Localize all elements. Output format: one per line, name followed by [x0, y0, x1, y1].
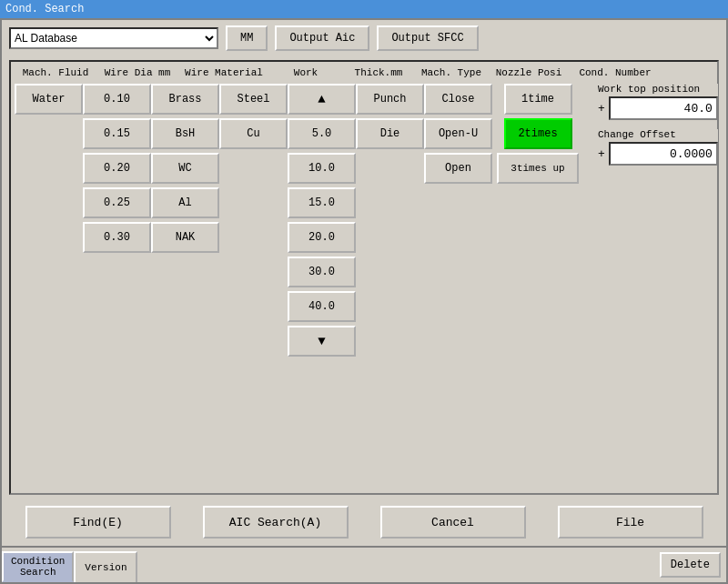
- col-wire-dia: 0.10 0.15 0.20 0.25 0.30: [83, 84, 151, 357]
- header-cond-number: Cond. Number: [570, 65, 661, 80]
- header-wire-material: Wire Material: [178, 65, 269, 80]
- cond-2times[interactable]: 2times: [504, 118, 572, 149]
- col-thick: ▲ 5.0 10.0 15.0 20.0 30.0 40.0 ▼: [288, 84, 356, 357]
- mach-type-die[interactable]: Die: [356, 118, 424, 149]
- wire-dia-010[interactable]: 0.10: [83, 84, 151, 115]
- work-top-input[interactable]: [609, 96, 718, 120]
- change-offset-plus: +: [598, 147, 605, 161]
- header-nozzle-posi: Nozzle Posi: [488, 65, 570, 80]
- find-button[interactable]: Find(E): [25, 506, 171, 539]
- thick-30[interactable]: 30.0: [288, 257, 356, 287]
- wire-dia-020[interactable]: 0.20: [83, 153, 151, 184]
- col-wire-material: Brass BsH WC Al NAK: [151, 84, 219, 357]
- col-cond-and-right: 1time 2times 3times up Work top position…: [492, 84, 718, 357]
- mach-fluid-water[interactable]: Water: [15, 84, 83, 115]
- title-text: Cond. Search: [5, 3, 84, 15]
- work-top-plus: +: [598, 102, 605, 116]
- change-offset-label: Change Offset: [598, 129, 718, 140]
- main-window: AL Database Database1 Database2 MM Outpu…: [0, 18, 728, 584]
- col-work: Steel Cu: [219, 84, 288, 357]
- content-area: Mach. Fluid Wire Dia mm Wire Material Wo…: [2, 56, 726, 498]
- tab-bar: ConditionSearch Version Delete: [2, 546, 726, 582]
- thick-10[interactable]: 10.0: [288, 153, 356, 184]
- work-cu[interactable]: Cu: [219, 118, 288, 149]
- work-top-input-row: +: [598, 96, 718, 120]
- nozzle-open-u[interactable]: Open-U: [424, 118, 492, 149]
- output-sfcc-button[interactable]: Output SFCC: [377, 25, 478, 51]
- work-top-section: Work top position +: [598, 84, 718, 120]
- work-steel[interactable]: Steel: [219, 84, 288, 115]
- thick-20[interactable]: 20.0: [288, 222, 356, 253]
- change-offset-input-row: +: [598, 142, 718, 166]
- cancel-button[interactable]: Cancel: [380, 506, 526, 539]
- header-wire-dia: Wire Dia mm: [96, 65, 178, 80]
- work-top-label: Work top position: [598, 84, 718, 95]
- col-mach-fluid: Water: [15, 84, 83, 357]
- delete-button[interactable]: Delete: [660, 552, 721, 578]
- mm-button[interactable]: MM: [226, 25, 268, 51]
- wire-mat-al[interactable]: Al: [151, 187, 219, 218]
- header-thick-mm: Thick.mm: [342, 65, 415, 80]
- nozzle-close[interactable]: Close: [424, 84, 492, 115]
- header-mach-fluid: Mach. Fluid: [15, 65, 96, 80]
- title-bar: Cond. Search: [0, 0, 728, 18]
- aic-search-button[interactable]: AIC Search(A): [203, 506, 349, 539]
- wire-dia-025[interactable]: 0.25: [83, 187, 151, 218]
- nozzle-open[interactable]: Open: [424, 153, 492, 184]
- db-select-container: AL Database Database1 Database2: [9, 27, 218, 49]
- header-work: Work: [269, 65, 342, 80]
- wire-mat-bsh[interactable]: BsH: [151, 118, 219, 149]
- right-sections: Work top position + Change Offset +: [598, 84, 718, 184]
- thick-down-arrow[interactable]: ▼: [288, 326, 356, 357]
- grid-container: Mach. Fluid Wire Dia mm Wire Material Wo…: [9, 60, 719, 495]
- cond-and-panels: 1time 2times 3times up Work top position…: [492, 84, 718, 184]
- col-mach-type: Punch Die: [356, 84, 424, 357]
- tab-condition-search[interactable]: ConditionSearch: [2, 551, 74, 582]
- wire-dia-015[interactable]: 0.15: [83, 118, 151, 149]
- db-select[interactable]: AL Database Database1 Database2: [9, 27, 218, 49]
- bottom-buttons: Find(E) AIC Search(A) Cancel File: [2, 498, 726, 546]
- thick-40[interactable]: 40.0: [288, 291, 356, 322]
- mach-type-punch[interactable]: Punch: [356, 84, 424, 115]
- wire-mat-wc[interactable]: WC: [151, 153, 219, 184]
- thick-5[interactable]: 5.0: [288, 118, 356, 149]
- wire-mat-brass[interactable]: Brass: [151, 84, 219, 115]
- change-offset-section: Change Offset +: [598, 129, 718, 166]
- col-cond-number: 1time 2times 3times up: [492, 84, 583, 184]
- thick-up-arrow[interactable]: ▲: [288, 84, 356, 115]
- top-bar: AL Database Database1 Database2 MM Outpu…: [2, 20, 726, 56]
- cond-1time[interactable]: 1time: [504, 84, 572, 115]
- thick-15[interactable]: 15.0: [288, 187, 356, 218]
- tab-version[interactable]: Version: [74, 551, 137, 582]
- output-aic-button[interactable]: Output Aic: [275, 25, 369, 51]
- wire-dia-030[interactable]: 0.30: [83, 222, 151, 253]
- col-nozzle-posi: Close Open-U Open: [424, 84, 492, 357]
- col-headers: Mach. Fluid Wire Dia mm Wire Material Wo…: [15, 65, 713, 80]
- grid-body: Water 0.10 0.15 0.20 0.25 0.30 Brass BsH…: [15, 84, 713, 357]
- header-mach-type: Mach. Type: [415, 65, 488, 80]
- file-button[interactable]: File: [558, 506, 703, 539]
- change-offset-input[interactable]: [609, 142, 718, 166]
- cond-3times-up[interactable]: 3times up: [497, 153, 579, 184]
- wire-mat-nak[interactable]: NAK: [151, 222, 219, 253]
